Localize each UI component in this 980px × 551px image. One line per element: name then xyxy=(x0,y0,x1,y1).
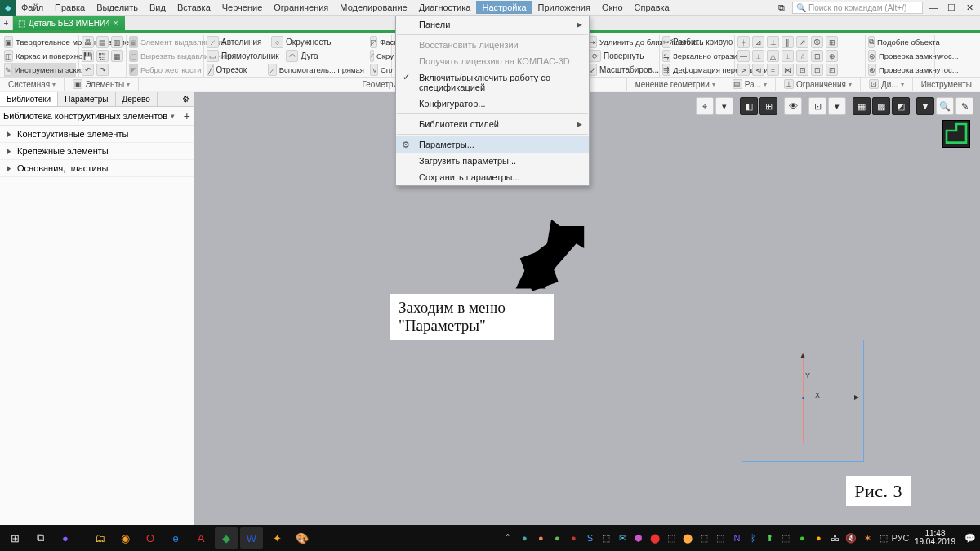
menu-file[interactable]: Файл xyxy=(16,1,49,14)
tool-s-icon[interactable]: ⊡ xyxy=(796,64,808,76)
tool-b-icon[interactable]: ⊿ xyxy=(752,36,764,48)
list-item[interactable]: ▶Крепежные элементы xyxy=(0,143,194,160)
tab-libraries[interactable]: Библиотеки xyxy=(0,92,58,106)
redo-icon[interactable]: ↷ xyxy=(96,64,109,76)
tray-icon[interactable]: N xyxy=(730,531,744,545)
start-button[interactable]: ⊞ xyxy=(3,527,26,549)
circle-label[interactable]: Окружность xyxy=(286,38,331,47)
menu-modeling[interactable]: Моделирование xyxy=(334,1,412,14)
footer-tools[interactable]: Инструменты xyxy=(912,78,980,91)
tray-icon[interactable]: ⬢ xyxy=(632,531,646,545)
similar-label[interactable]: Подобие объекта xyxy=(877,38,940,46)
list-item[interactable]: ▶Основания, пластины xyxy=(0,160,194,177)
vt-dropdown-icon[interactable]: ▾ xyxy=(715,97,733,115)
list-item[interactable]: ▶Конструктивные элементы xyxy=(0,126,194,143)
tool-r-icon[interactable]: ⋈ xyxy=(782,64,794,76)
copy-icon[interactable]: ⿻ xyxy=(96,50,109,62)
close-tab-icon[interactable]: × xyxy=(114,19,118,28)
rect-label[interactable]: Прямоугольник xyxy=(221,52,279,60)
document-tab[interactable]: ⬚ Деталь БЕЗ ИМЕНИ4 × xyxy=(13,16,125,30)
vt-eye-icon[interactable]: 👁 xyxy=(784,97,802,115)
tray-icon[interactable]: ⬚ xyxy=(665,531,679,545)
new-tab-button[interactable]: + xyxy=(0,16,13,30)
explorer-icon[interactable]: 🗂 xyxy=(88,527,111,549)
deform-icon[interactable]: ⇶ xyxy=(662,64,670,76)
vt-eyedrop-icon[interactable]: ✎ xyxy=(956,97,973,115)
taskbar-app-1[interactable]: ● xyxy=(54,527,77,549)
vt-wire-icon[interactable]: ⊞ xyxy=(760,97,777,115)
scale-icon[interactable]: ⤢ xyxy=(589,64,597,76)
cut-extrude-icon[interactable]: ▢ xyxy=(129,50,138,62)
segment-icon[interactable]: ╱ xyxy=(207,64,214,76)
aux-line-label[interactable]: Вспомогатель... прямая xyxy=(279,66,364,73)
tool-h-icon[interactable]: — xyxy=(737,50,750,62)
sketch-mode-badge[interactable] xyxy=(942,120,970,148)
tray-icon[interactable]: ● xyxy=(567,531,581,545)
arc-label[interactable]: Дуга xyxy=(301,52,318,60)
footer-system[interactable]: Системная▾ xyxy=(0,78,65,91)
opera-icon[interactable]: O xyxy=(139,527,162,549)
wireframe-icon[interactable]: ◫ xyxy=(4,50,13,62)
vt-search-icon[interactable]: 🔍 xyxy=(936,97,954,115)
menu-select[interactable]: Выделить xyxy=(91,1,144,14)
tool-g-icon[interactable]: ⊞ xyxy=(826,36,838,48)
menu-help[interactable]: Справка xyxy=(629,1,675,14)
vt-grid3-icon[interactable]: ◩ xyxy=(892,97,910,115)
save-icon[interactable]: 💾 xyxy=(82,50,94,62)
menu-view[interactable]: Вид xyxy=(144,1,172,14)
vt-grid2-icon[interactable]: ▩ xyxy=(872,97,890,115)
menu-diagnostics[interactable]: Диагностика xyxy=(413,1,477,14)
tray-icon[interactable]: ⬚ xyxy=(599,531,613,545)
solid-modeling-icon[interactable]: ▣ xyxy=(4,36,13,48)
check-closed-icon[interactable]: ⊗ xyxy=(868,50,876,62)
vt-cube-icon[interactable]: ◧ xyxy=(740,97,758,115)
rib-icon[interactable]: ◩ xyxy=(129,64,138,76)
paint-icon[interactable]: 🎨 xyxy=(291,527,314,549)
menu-window[interactable]: Окно xyxy=(596,1,629,14)
menu-item-configurator[interactable]: Конфигуратор... xyxy=(396,96,589,112)
vt-filter-icon[interactable]: ▼ xyxy=(916,97,934,115)
window-close[interactable]: ✕ xyxy=(962,2,977,13)
spline-icon[interactable]: ∿ xyxy=(370,64,378,76)
tab-tree[interactable]: Дерево xyxy=(116,92,158,106)
autoline-icon[interactable]: ⟋ xyxy=(207,36,219,48)
menu-item-load-params[interactable]: Загрузить параметры... xyxy=(396,153,589,169)
tray-icon[interactable]: ⬚ xyxy=(697,531,711,545)
sketch-tools-label[interactable]: Инструменты эскиза xyxy=(15,66,89,73)
tray-icon[interactable]: ⬚ xyxy=(877,531,891,545)
rib-label[interactable]: Ребро жесткости xyxy=(140,66,201,73)
notification-icon[interactable]: 💬 xyxy=(963,531,977,545)
sketch-tools-icon[interactable]: ✎ xyxy=(4,64,12,76)
doc-icon[interactable]: ▤ xyxy=(96,36,109,48)
vt-dropdown2-icon[interactable]: ▾ xyxy=(828,97,846,115)
scale-label[interactable]: Масштабиров... xyxy=(599,66,659,74)
vt-grid1-icon[interactable]: ▦ xyxy=(853,97,871,115)
split-curve-label[interactable]: Разбить кривую xyxy=(673,38,733,47)
mirror-icon[interactable]: ⇋ xyxy=(662,50,670,62)
taskbar-app-2[interactable]: ◉ xyxy=(114,527,136,549)
tab-parameters[interactable]: Параметры xyxy=(58,92,115,106)
footer-constraints[interactable]: ⊥Ограничения▾ xyxy=(775,78,860,91)
tray-network-icon[interactable]: 🖧 xyxy=(828,531,842,545)
vt-snap-icon[interactable]: ⊡ xyxy=(808,97,826,115)
extend-icon[interactable]: ⇥ xyxy=(589,36,597,48)
word-icon[interactable]: W xyxy=(240,527,263,549)
tray-icon[interactable]: ● xyxy=(795,531,809,545)
tool-k-icon[interactable]: ⟂ xyxy=(782,50,794,62)
layout-icon[interactable]: ⧉ xyxy=(774,2,789,13)
tool-e-icon[interactable]: ↗ xyxy=(796,36,808,48)
similar-icon[interactable]: ⧉ xyxy=(868,36,875,48)
paste-icon[interactable]: ▦ xyxy=(111,50,123,62)
tool-l-icon[interactable]: ☆ xyxy=(796,50,808,62)
menu-apps[interactable]: Приложения xyxy=(532,1,596,14)
extrude-icon[interactable]: ▣ xyxy=(129,36,138,48)
autoline-label[interactable]: Автолиния xyxy=(221,38,262,47)
menu-item-toggle-spec[interactable]: ✓Включить/выключить работу со спецификац… xyxy=(396,69,589,96)
task-view-icon[interactable]: ⧉ xyxy=(29,527,51,549)
tool-o-icon[interactable]: ⊳ xyxy=(737,64,750,76)
tray-icon[interactable]: ⬤ xyxy=(648,531,662,545)
tray-icon[interactable]: ✶ xyxy=(861,531,875,545)
circle-icon[interactable]: ○ xyxy=(271,36,283,48)
menu-insert[interactable]: Вставка xyxy=(172,1,216,14)
tool-f-icon[interactable]: ⦿ xyxy=(811,36,823,48)
